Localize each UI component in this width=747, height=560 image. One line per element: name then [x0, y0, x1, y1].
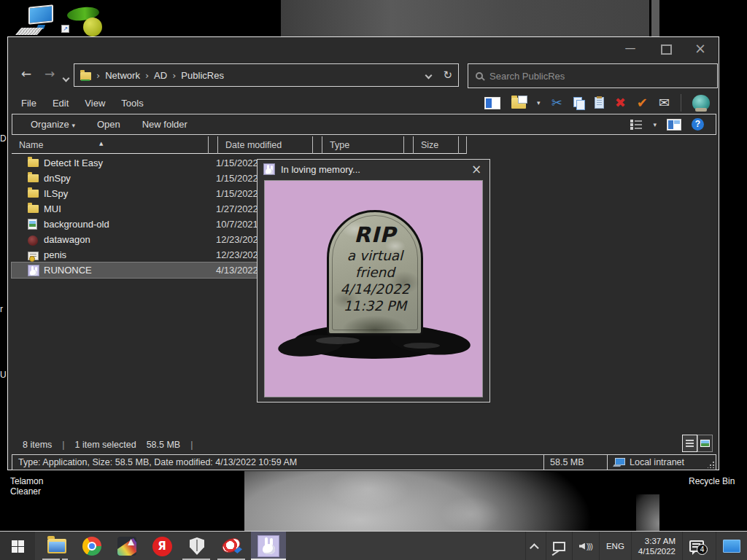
intranet-computer-icon	[614, 458, 625, 467]
column-header-size[interactable]: Size	[414, 136, 459, 154]
resize-grip[interactable]	[708, 462, 714, 468]
menu-edit[interactable]: Edit	[53, 98, 69, 109]
chevron-down-icon: ▾	[71, 122, 75, 129]
taskbar-dish-app[interactable]	[216, 532, 248, 560]
minimize-button[interactable]: —	[622, 42, 638, 56]
popup-title-bar[interactable]: In loving memory... ×	[258, 160, 489, 179]
menu-tools[interactable]: Tools	[121, 98, 143, 109]
tray-show-desktop[interactable]	[716, 532, 747, 560]
layout-panes-icon[interactable]	[484, 97, 500, 109]
breadcrumb-item-publicres[interactable]: PublicRes	[181, 70, 224, 81]
file-name: MUI	[44, 203, 61, 214]
tray-overflow-button[interactable]	[525, 532, 546, 560]
disc-file-icon	[28, 236, 38, 246]
recent-locations-dropdown[interactable]	[63, 71, 70, 77]
tray-language[interactable]: ENG	[599, 532, 631, 560]
change-view-icon[interactable]	[630, 119, 643, 130]
search-input[interactable]	[489, 71, 710, 82]
command-bar: Organize ▾ Open New folder ▾ ?	[12, 114, 716, 135]
folder-icon	[28, 159, 39, 167]
wallpaper-gray-strip	[651, 0, 659, 36]
close-button[interactable]: ×	[692, 42, 708, 56]
refresh-icon[interactable]: ↻	[443, 69, 452, 82]
column-header-type[interactable]: Type	[322, 136, 404, 154]
breadcrumb-address-bar[interactable]: › Network › AD › PublicRes ↻	[74, 63, 459, 87]
details-view-toggle[interactable]	[682, 435, 697, 452]
telamon-cleaner-desktop-label[interactable]: Telamon Cleaner	[10, 476, 43, 497]
tray-volume[interactable]: )))	[572, 532, 599, 560]
taskbar-rabbit-app-active[interactable]	[251, 532, 286, 560]
notification-badge: 4	[697, 544, 708, 555]
address-dropdown-icon[interactable]	[425, 71, 433, 79]
tombstone-text: RIP	[329, 222, 421, 247]
popup-close-button[interactable]: ×	[469, 162, 484, 176]
sort-ascending-icon: ▲	[99, 135, 103, 152]
taskbar-security-app[interactable]	[181, 532, 213, 560]
computer-keyboard	[15, 28, 43, 35]
column-spacer[interactable]	[404, 136, 414, 154]
open-button[interactable]: Open	[97, 119, 120, 130]
breadcrumb-item-ad[interactable]: AD	[154, 70, 167, 81]
taskbar-chrome[interactable]	[76, 532, 108, 560]
checkmark-icon[interactable]: ✔	[637, 95, 648, 111]
recycle-bin-desktop-label[interactable]: Recycle Bin	[689, 476, 735, 486]
maximize-button[interactable]	[657, 42, 673, 56]
column-header-name[interactable]: Name ▲	[12, 136, 209, 154]
hidden-desktop-label-fragment: r	[0, 304, 7, 314]
new-folder-button[interactable]: New folder	[142, 119, 187, 130]
column-spacer[interactable]	[209, 136, 218, 154]
folder-icon	[28, 190, 39, 198]
file-date: 10/7/2021	[216, 219, 258, 230]
taskbar-file-explorer[interactable]	[41, 532, 73, 560]
taskbar-yandex[interactable]: Я	[146, 532, 178, 560]
tray-clock[interactable]: 3:37 AM 4/15/2022	[631, 532, 682, 560]
folder-icon	[28, 174, 39, 182]
hidden-desktop-label-fragment: U	[0, 370, 7, 380]
speaker-icon	[579, 543, 585, 550]
menu-file[interactable]: File	[21, 98, 36, 109]
security-zone: Local intranet	[608, 454, 716, 470]
email-icon[interactable]: ✉	[659, 95, 670, 111]
thumbnail-view-toggle[interactable]	[697, 435, 713, 452]
system-tray: ))) ENG 3:37 AM 4/15/2022 4	[525, 532, 747, 560]
chevron-down-icon[interactable]: ▾	[653, 121, 657, 128]
tray-notifications[interactable]: 4	[682, 532, 716, 560]
breadcrumb-item-network[interactable]: Network	[105, 70, 140, 81]
status-divider: |	[190, 440, 193, 450]
network-icon	[553, 542, 565, 551]
organize-button[interactable]: Organize ▾	[31, 119, 75, 130]
shell-globe-icon[interactable]	[692, 95, 710, 111]
notification-icon: 4	[689, 540, 704, 552]
cut-icon[interactable]: ✂	[551, 95, 562, 111]
this-pc-desktop-icon[interactable]	[18, 6, 53, 36]
taskbar-paint-app[interactable]	[111, 532, 143, 560]
title-bar[interactable]: — ×	[8, 37, 719, 62]
lime-desktop-shortcut[interactable]: ↗	[67, 4, 105, 36]
items-count: 8 items	[23, 440, 52, 450]
preview-pane-icon[interactable]	[667, 119, 681, 131]
back-button[interactable]: ←	[21, 66, 31, 81]
column-spacer[interactable]	[459, 136, 467, 154]
copy-icon[interactable]	[573, 97, 584, 109]
paste-icon[interactable]	[595, 97, 604, 109]
taskbar: Я ))) ENG 3:37 AM 4/15/2022 4	[0, 531, 747, 560]
help-icon[interactable]: ?	[692, 118, 704, 131]
search-box[interactable]	[468, 63, 718, 88]
menu-view[interactable]: View	[85, 98, 105, 109]
windows-logo-icon	[12, 540, 24, 553]
tray-network[interactable]	[546, 532, 572, 560]
file-name: Detect It Easy	[44, 158, 103, 168]
file-explorer-icon	[47, 539, 66, 553]
forward-button[interactable]: →	[44, 66, 55, 81]
start-button[interactable]	[0, 532, 35, 560]
column-header-date-modified[interactable]: Date modified	[218, 136, 313, 154]
new-folder-icon[interactable]	[511, 98, 526, 109]
status-bar: 8 items | 1 item selected 58.5 MB |	[12, 437, 716, 453]
chevron-down-icon[interactable]: ▾	[537, 99, 541, 106]
details-status-bar: Type: Application, Size: 58.5 MB, Date m…	[12, 454, 716, 470]
column-spacer[interactable]	[313, 136, 322, 154]
rabbit-app-icon	[28, 265, 39, 276]
file-date: 1/15/2022	[216, 188, 258, 199]
delete-icon[interactable]: ✖	[615, 95, 626, 111]
lime-fruit-icon	[83, 18, 102, 36]
